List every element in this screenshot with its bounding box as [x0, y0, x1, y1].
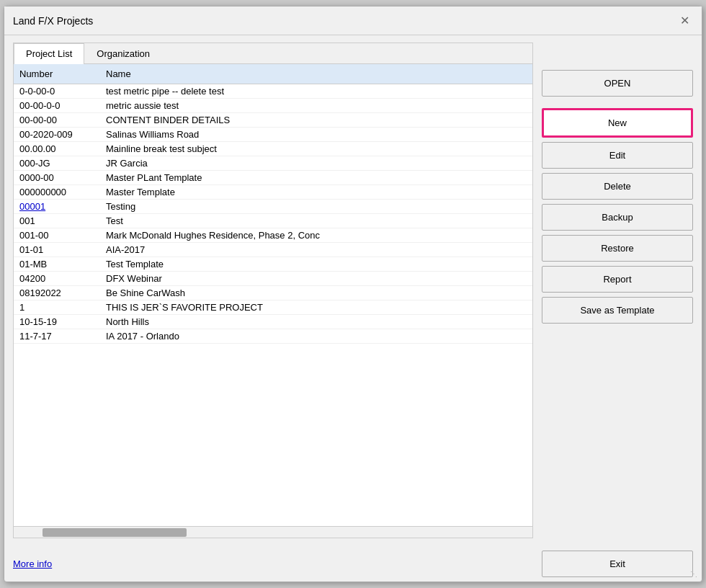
table-row[interactable]: 01-MBTest Template: [14, 257, 532, 272]
scrollbar-thumb-h[interactable]: [43, 528, 187, 537]
row-number: 04200: [14, 272, 100, 285]
left-panel: Project List Organization Number Name 0-…: [13, 43, 533, 538]
row-name: THIS IS JER`S FAVORITE PROJECT: [100, 300, 532, 314]
table-row[interactable]: 00-00-0-0metric aussie test: [14, 99, 532, 113]
row-name: Be Shine CarWash: [100, 286, 532, 300]
delete-button[interactable]: Delete: [542, 173, 693, 200]
more-info-link[interactable]: More info: [13, 558, 52, 569]
row-name: North Hills: [100, 315, 532, 329]
horizontal-scrollbar[interactable]: [14, 526, 532, 538]
tab-organization[interactable]: Organization: [84, 43, 162, 63]
footer: More info Exit: [4, 545, 702, 582]
row-number: 00-00-00: [14, 113, 100, 127]
row-name: test metric pipe -- delete test: [100, 84, 532, 98]
table-row[interactable]: 00-00-00CONTENT BINDER DETAILS: [14, 113, 532, 128]
table-row[interactable]: 000000000Master Template: [14, 185, 532, 200]
row-number: 08192022: [14, 286, 100, 300]
row-number: 01-01: [14, 243, 100, 257]
row-number: 01-MB: [14, 257, 100, 271]
right-panel: OPEN New Edit Delete Backup Restore Repo…: [542, 43, 693, 538]
close-button[interactable]: ✕: [676, 12, 693, 30]
table-row[interactable]: 10-15-19North Hills: [14, 315, 532, 329]
table-row[interactable]: 001-00Mark McDonald Hughes Residence, Ph…: [14, 228, 532, 243]
tabs: Project List Organization: [14, 43, 532, 64]
row-number: 0000-00: [14, 171, 100, 184]
report-button[interactable]: Report: [542, 266, 693, 293]
table-header: Number Name: [14, 64, 532, 84]
edit-button[interactable]: Edit: [542, 142, 693, 169]
table-row[interactable]: 00001Testing: [14, 200, 532, 214]
row-name: Testing: [100, 200, 532, 213]
table-row[interactable]: 0000-00Master PLant Template: [14, 171, 532, 185]
row-name: metric aussie test: [100, 99, 532, 112]
new-button[interactable]: New: [542, 108, 693, 138]
row-name: DFX Webinar: [100, 272, 532, 285]
row-name: Master Template: [100, 185, 532, 199]
table-row[interactable]: 00-2020-009Salinas Williams Road: [14, 128, 532, 142]
row-name: Test Template: [100, 257, 532, 271]
tab-project-list[interactable]: Project List: [14, 43, 84, 64]
row-name: Master PLant Template: [100, 171, 532, 184]
table-row[interactable]: 04200DFX Webinar: [14, 272, 532, 286]
row-name: IA 2017 - Orlando: [100, 329, 532, 343]
table-row[interactable]: 0-0-00-0test metric pipe -- delete test: [14, 84, 532, 99]
dialog-title: Land F/X Projects: [13, 15, 93, 27]
title-bar: Land F/X Projects ✕: [4, 6, 702, 35]
row-number: 00.00.00: [14, 142, 100, 156]
dialog: Land F/X Projects ✕ Project List Organiz…: [4, 6, 702, 582]
exit-button[interactable]: Exit: [542, 551, 693, 577]
row-name: AIA-2017: [100, 243, 532, 257]
row-name: Mainline break test subject: [100, 142, 532, 156]
table-row[interactable]: 000-JGJR Garcia: [14, 156, 532, 171]
row-number: 00001: [14, 200, 100, 213]
row-name: CONTENT BINDER DETAILS: [100, 113, 532, 127]
row-number: 11-7-17: [14, 329, 100, 343]
table-container: Number Name 0-0-00-0test metric pipe -- …: [14, 64, 532, 538]
table-body[interactable]: 0-0-00-0test metric pipe -- delete test0…: [14, 84, 532, 526]
row-number: 00-00-0-0: [14, 99, 100, 112]
table-wrapper: 0-0-00-0test metric pipe -- delete test0…: [14, 84, 532, 526]
row-number: 10-15-19: [14, 315, 100, 329]
backup-button[interactable]: Backup: [542, 204, 693, 231]
row-number: 00-2020-009: [14, 128, 100, 141]
row-number: 1: [14, 300, 100, 314]
col-header-name: Name: [100, 67, 532, 81]
row-number-link[interactable]: 00001: [19, 201, 45, 212]
table-row[interactable]: 01-01AIA-2017: [14, 243, 532, 257]
row-number: 000000000: [14, 185, 100, 199]
row-number: 001: [14, 214, 100, 228]
open-button[interactable]: OPEN: [542, 70, 693, 97]
restore-button[interactable]: Restore: [542, 235, 693, 262]
row-number: 0-0-00-0: [14, 84, 100, 98]
row-number: 001-00: [14, 228, 100, 242]
table-row[interactable]: 11-7-17IA 2017 - Orlando: [14, 329, 532, 344]
content-area: Project List Organization Number Name 0-…: [4, 35, 702, 545]
col-header-number: Number: [14, 67, 100, 81]
table-row[interactable]: 001Test: [14, 214, 532, 228]
table-row[interactable]: 08192022Be Shine CarWash: [14, 286, 532, 300]
row-name: JR Garcia: [100, 156, 532, 170]
row-name: Salinas Williams Road: [100, 128, 532, 141]
row-name: Mark McDonald Hughes Residence, Phase 2,…: [100, 228, 532, 242]
save-as-template-button[interactable]: Save as Template: [542, 297, 693, 324]
row-number: 000-JG: [14, 156, 100, 170]
row-name: Test: [100, 214, 532, 228]
table-row[interactable]: 1THIS IS JER`S FAVORITE PROJECT: [14, 300, 532, 315]
table-row[interactable]: 00.00.00Mainline break test subject: [14, 142, 532, 156]
resize-handle[interactable]: ⋱: [689, 569, 699, 579]
